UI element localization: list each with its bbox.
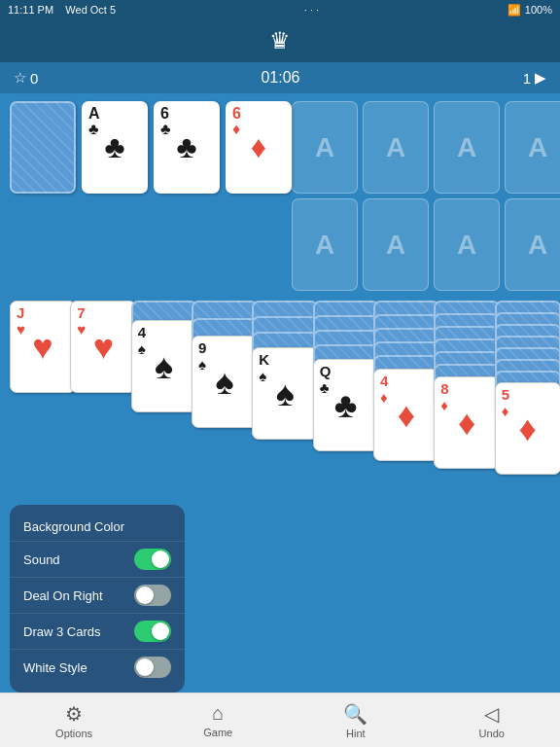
tableau-col-3[interactable]: 4♠ ♠: [131, 301, 187, 427]
card-5-diamonds: 5♦ ♦: [495, 382, 560, 475]
tableau-col-9[interactable]: 5♦ ♦: [495, 301, 550, 505]
time: 11:11 PM: [8, 4, 53, 16]
card-7-hearts: 7♥ ♥: [70, 301, 136, 393]
tableau-col-8[interactable]: 8♦ ♦: [434, 301, 489, 495]
tableau-col-2[interactable]: 7♥ ♥: [70, 301, 125, 412]
undo-icon: ◁: [484, 702, 499, 726]
battery: 100%: [525, 4, 552, 16]
bottom-nav: ⚙ Options ⌂ Game 🔍 Hint ◁ Undo: [0, 693, 560, 747]
tableau-col-4[interactable]: 9♠ ♠: [192, 301, 247, 442]
card-4-diamonds: 4♦ ♦: [373, 369, 439, 461]
card-top-left: 6♦: [232, 106, 241, 137]
wifi-icon: 📶: [508, 4, 521, 17]
status-bar: 11:11 PM Wed Oct 5 · · · 📶 100%: [0, 0, 560, 19]
tableau-col-7[interactable]: 4♦ ♦: [373, 301, 429, 485]
drawn-card-6-diamonds[interactable]: 6♦ ♦: [226, 101, 292, 194]
nav-hint-label: Hint: [346, 728, 366, 739]
tableau-col-1[interactable]: J♥ ♥: [10, 301, 65, 412]
draw3-toggle[interactable]: [134, 621, 171, 642]
foundation-slot-1[interactable]: A: [292, 101, 358, 194]
timer: 01:06: [261, 69, 299, 87]
tableau-col-6[interactable]: Q♣ ♣: [313, 301, 368, 471]
option-draw3-label: Draw 3 Cards: [23, 624, 100, 639]
deck-back[interactable]: [10, 101, 76, 194]
option-white-label: White Style: [23, 660, 88, 675]
nav-game[interactable]: ⌂ Game: [184, 696, 252, 744]
option-deal-on-right[interactable]: Deal On Right: [10, 578, 185, 614]
star-icon: ☆: [14, 69, 26, 87]
card-center-suit: ♣: [105, 129, 125, 165]
foundation-slot-7[interactable]: A: [434, 198, 500, 291]
options-icon: ⚙: [65, 702, 83, 726]
card-9-spades: 9♠ ♠: [192, 336, 258, 428]
card-top-left: 6♣: [160, 106, 171, 137]
sound-toggle[interactable]: [134, 549, 171, 570]
option-draw-3[interactable]: Draw 3 Cards: [10, 614, 185, 650]
card-center-suit: ♣: [177, 129, 197, 165]
foundation-slot-8[interactable]: A: [505, 198, 560, 291]
card-8-diamonds: 8♦ ♦: [434, 376, 500, 469]
deal-on-right-toggle[interactable]: [134, 585, 171, 606]
game-area: A♣ ♣ 6♣ ♣ 6♦ ♦ A A A A A A A A: [0, 93, 560, 513]
tableau-col-5[interactable]: K♠ ♠: [252, 301, 307, 456]
option-white-style[interactable]: White Style: [10, 650, 185, 685]
option-background-color[interactable]: Background Color: [10, 513, 185, 542]
game-stats-bar: ☆ 0 01:06 1 ▶: [0, 62, 560, 93]
drawn-card-a-clubs[interactable]: A♣ ♣: [82, 101, 148, 194]
nav-options-label: Options: [55, 728, 92, 739]
card-center-suit: ♦: [251, 129, 266, 165]
options-panel: Background Color Sound Deal On Right Dra…: [10, 505, 185, 693]
nav-undo-label: Undo: [479, 728, 505, 739]
nav-game-label: Game: [203, 727, 232, 738]
status-time-date: 11:11 PM Wed Oct 5: [8, 4, 116, 16]
nav-options[interactable]: ⚙ Options: [36, 696, 112, 745]
card-4-spades: 4♠ ♠: [131, 320, 197, 412]
crown-icon: ♛: [269, 27, 291, 54]
white-style-toggle[interactable]: [134, 657, 171, 678]
drawn-card-6-clubs[interactable]: 6♣ ♣: [154, 101, 220, 194]
status-right: 📶 100%: [508, 4, 552, 17]
game-icon: ⌂: [212, 702, 224, 725]
card-top-left: A♣: [88, 106, 100, 137]
card-k-spades: K♠ ♠: [252, 347, 318, 440]
foundation-slot-4[interactable]: A: [505, 101, 560, 194]
deals-area: 1 ▶: [523, 69, 546, 87]
nav-undo[interactable]: ◁ Undo: [460, 696, 524, 745]
option-bg-label: Background Color: [23, 519, 124, 534]
deals-count: 1: [523, 70, 531, 87]
foundation-slot-5[interactable]: A: [292, 198, 358, 291]
option-deal-label: Deal On Right: [23, 588, 103, 603]
option-sound-label: Sound: [23, 552, 60, 567]
card-j-hearts: J♥ ♥: [10, 301, 76, 393]
score-area: ☆ 0: [14, 69, 38, 87]
top-row: A♣ ♣ 6♣ ♣ 6♦ ♦ A A A A A A A A: [10, 101, 550, 291]
score-value: 0: [30, 70, 38, 87]
tableau: J♥ ♥ 7♥ ♥ 4♠ ♠ 9♠ ♠: [10, 301, 550, 505]
nav-hint[interactable]: 🔍 Hint: [324, 696, 387, 745]
date: Wed Oct 5: [65, 4, 116, 16]
card-q-clubs: Q♣ ♣: [313, 359, 379, 451]
foundation-slot-3[interactable]: A: [434, 101, 500, 194]
header: ♛: [0, 19, 560, 62]
foundation-area[interactable]: A A A A A A A A: [292, 101, 560, 291]
hint-icon: 🔍: [343, 702, 368, 726]
play-icon: ▶: [535, 69, 546, 87]
foundation-slot-2[interactable]: A: [363, 101, 429, 194]
status-center: · · ·: [304, 4, 319, 16]
foundation-slot-6[interactable]: A: [363, 198, 429, 291]
deck-area[interactable]: A♣ ♣ 6♣ ♣ 6♦ ♦: [10, 101, 292, 194]
option-sound[interactable]: Sound: [10, 542, 185, 578]
